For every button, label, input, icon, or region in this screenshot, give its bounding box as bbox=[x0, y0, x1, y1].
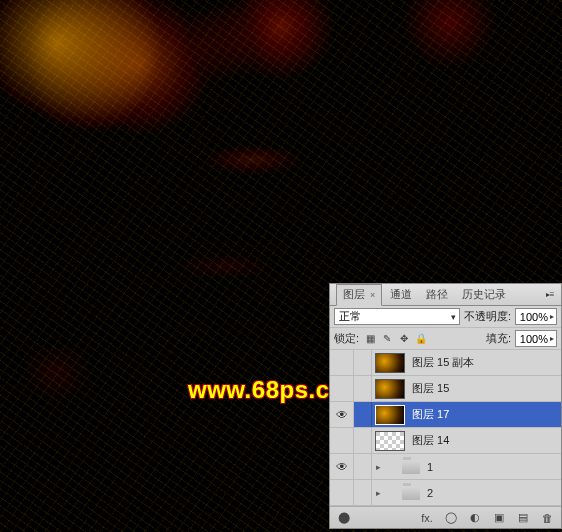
layer-row[interactable]: 图层 14 bbox=[330, 428, 561, 454]
fill-label: 填充: bbox=[486, 331, 511, 346]
layer-row[interactable]: ▸ 2 bbox=[330, 480, 561, 506]
layer-thumbnail[interactable] bbox=[375, 405, 405, 425]
panel-footer: ⬤ fx. ◯ ◐ ▣ ▤ 🗑 bbox=[330, 506, 561, 528]
lock-row: 锁定: ▦ ✎ ✥ 🔒 填充: 100% ▸ bbox=[330, 328, 561, 350]
expand-icon[interactable]: ▸ bbox=[372, 488, 384, 498]
visibility-toggle[interactable] bbox=[330, 480, 354, 505]
lock-transparent-icon[interactable]: ▦ bbox=[363, 332, 377, 346]
layer-thumbnail[interactable] bbox=[375, 431, 405, 451]
folder-icon[interactable] bbox=[402, 460, 420, 474]
visibility-toggle[interactable] bbox=[330, 376, 354, 401]
layer-row[interactable]: 图层 15 bbox=[330, 376, 561, 402]
new-layer-icon[interactable]: ▤ bbox=[515, 510, 531, 526]
link-layers-icon[interactable]: ⬤ bbox=[336, 510, 352, 526]
fill-input[interactable]: 100% ▸ bbox=[515, 330, 557, 347]
link-cell[interactable] bbox=[354, 350, 372, 375]
fill-value: 100% bbox=[520, 333, 548, 345]
visibility-toggle[interactable] bbox=[330, 428, 354, 453]
lock-brush-icon[interactable]: ✎ bbox=[380, 332, 394, 346]
link-cell[interactable] bbox=[354, 402, 372, 427]
layer-row[interactable]: 👁 ▸ 1 bbox=[330, 454, 561, 480]
layer-name[interactable]: 1 bbox=[423, 461, 561, 473]
layer-list: 图层 15 副本 图层 15 👁 图层 17 图层 14 👁 ▸ 1 bbox=[330, 350, 561, 506]
folder-icon[interactable] bbox=[402, 486, 420, 500]
add-mask-icon[interactable]: ◯ bbox=[443, 510, 459, 526]
blend-row: 正常 不透明度: 100% ▸ bbox=[330, 306, 561, 328]
tab-layers-label: 图层 bbox=[343, 288, 365, 300]
chevron-right-icon: ▸ bbox=[550, 334, 554, 343]
layer-name[interactable]: 图层 14 bbox=[408, 433, 561, 448]
blend-mode-value: 正常 bbox=[339, 309, 361, 324]
layer-name[interactable]: 2 bbox=[423, 487, 561, 499]
link-cell[interactable] bbox=[354, 376, 372, 401]
panel-tabs: 图层 × 通道 路径 历史记录 ▸≡ bbox=[330, 284, 561, 306]
blend-mode-select[interactable]: 正常 bbox=[334, 308, 460, 325]
chevron-right-icon: ▸ bbox=[550, 312, 554, 321]
visibility-toggle[interactable]: 👁 bbox=[330, 454, 354, 479]
opacity-label: 不透明度: bbox=[464, 309, 511, 324]
layer-name[interactable]: 图层 17 bbox=[408, 407, 561, 422]
new-group-icon[interactable]: ▣ bbox=[491, 510, 507, 526]
layer-thumbnail[interactable] bbox=[375, 379, 405, 399]
link-cell[interactable] bbox=[354, 454, 372, 479]
tab-paths[interactable]: 路径 bbox=[420, 285, 454, 305]
tab-layers[interactable]: 图层 × bbox=[336, 284, 382, 306]
tab-history[interactable]: 历史记录 bbox=[456, 285, 512, 305]
layer-fx-icon[interactable]: fx. bbox=[419, 510, 435, 526]
link-cell[interactable] bbox=[354, 480, 372, 505]
close-icon[interactable]: × bbox=[370, 290, 375, 300]
layer-name[interactable]: 图层 15 bbox=[408, 381, 561, 396]
layers-panel: 图层 × 通道 路径 历史记录 ▸≡ 正常 不透明度: 100% ▸ 锁定: ▦… bbox=[329, 283, 562, 529]
adjustment-layer-icon[interactable]: ◐ bbox=[467, 510, 483, 526]
visibility-toggle[interactable]: 👁 bbox=[330, 402, 354, 427]
delete-layer-icon[interactable]: 🗑 bbox=[539, 510, 555, 526]
layer-name[interactable]: 图层 15 副本 bbox=[408, 355, 561, 370]
lock-move-icon[interactable]: ✥ bbox=[397, 332, 411, 346]
link-cell[interactable] bbox=[354, 428, 372, 453]
lock-label: 锁定: bbox=[334, 331, 359, 346]
opacity-value: 100% bbox=[520, 311, 548, 323]
tab-channels[interactable]: 通道 bbox=[384, 285, 418, 305]
layer-row[interactable]: 👁 图层 17 bbox=[330, 402, 561, 428]
layer-thumbnail[interactable] bbox=[375, 353, 405, 373]
lock-icons-group: ▦ ✎ ✥ 🔒 bbox=[363, 332, 428, 346]
layer-row[interactable]: 图层 15 副本 bbox=[330, 350, 561, 376]
expand-icon[interactable]: ▸ bbox=[372, 462, 384, 472]
lock-all-icon[interactable]: 🔒 bbox=[414, 332, 428, 346]
opacity-input[interactable]: 100% ▸ bbox=[515, 308, 557, 325]
visibility-toggle[interactable] bbox=[330, 350, 354, 375]
panel-menu-icon[interactable]: ▸≡ bbox=[543, 289, 557, 301]
